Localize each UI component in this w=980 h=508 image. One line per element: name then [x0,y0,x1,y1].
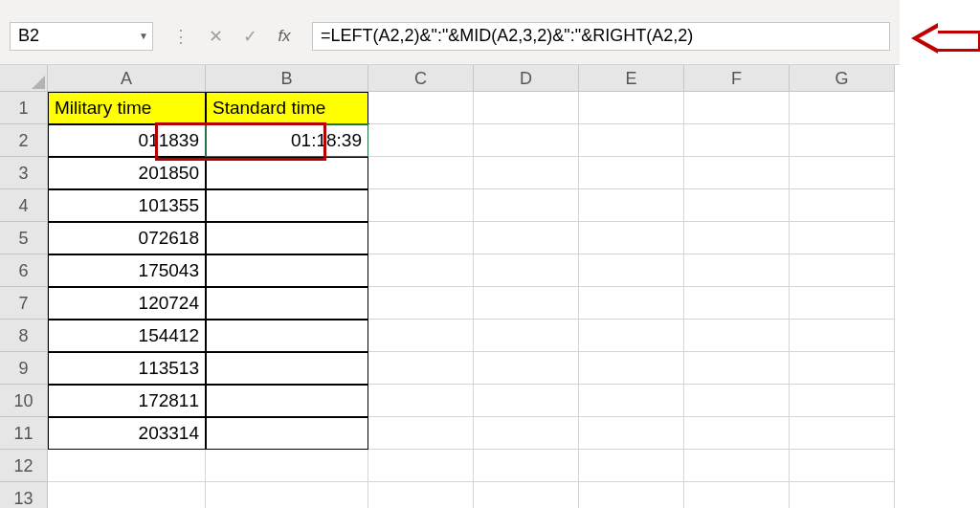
cell-A9[interactable]: 113513 [48,352,206,385]
cell-E9[interactable] [579,352,684,385]
cell-G1[interactable] [790,92,895,124]
cell-G11[interactable] [790,417,895,450]
cell-C2[interactable] [368,124,474,157]
cell-F10[interactable] [684,385,790,417]
row-header-7[interactable]: 7 [0,287,48,320]
cell-A10[interactable]: 172811 [48,385,206,417]
cell-D3[interactable] [474,157,579,189]
col-header-D[interactable]: D [474,65,579,92]
cell-F12[interactable] [684,450,790,482]
cell-D1[interactable] [474,92,579,124]
cell-C8[interactable] [368,320,474,352]
cell-G5[interactable] [790,222,895,254]
cell-B5[interactable] [206,222,368,254]
row-header-8[interactable]: 8 [0,320,48,352]
cell-G13[interactable] [790,482,895,508]
col-header-A[interactable]: A [48,65,206,92]
cell-E13[interactable] [579,482,684,508]
cell-C6[interactable] [368,254,474,287]
cell-C7[interactable] [368,287,474,320]
cell-D5[interactable] [474,222,579,254]
cell-E6[interactable] [579,254,684,287]
cell-B11[interactable] [206,417,368,450]
cell-G4[interactable] [790,189,895,222]
cell-B9[interactable] [206,352,368,385]
select-all-corner[interactable] [0,65,48,92]
row-header-6[interactable]: 6 [0,254,48,287]
cell-A1[interactable]: Military time [48,92,206,124]
col-header-C[interactable]: C [368,65,474,92]
cell-B6[interactable] [206,254,368,287]
cell-B10[interactable] [206,385,368,417]
cell-C1[interactable] [368,92,474,124]
cell-E3[interactable] [579,157,684,189]
cell-A2[interactable]: 011839 [48,124,206,157]
cell-F6[interactable] [684,254,790,287]
cell-B12[interactable] [206,450,368,482]
cell-F4[interactable] [684,189,790,222]
cell-C4[interactable] [368,189,474,222]
row-header-11[interactable]: 11 [0,417,48,450]
cell-C10[interactable] [368,385,474,417]
cell-C3[interactable] [368,157,474,189]
cell-A7[interactable]: 120724 [48,287,206,320]
col-header-B[interactable]: B [206,65,368,92]
cell-E1[interactable] [579,92,684,124]
cell-A8[interactable]: 154412 [48,320,206,352]
cell-G8[interactable] [790,320,895,352]
cell-A11[interactable]: 203314 [48,417,206,450]
cell-G10[interactable] [790,385,895,417]
cell-F13[interactable] [684,482,790,508]
cell-D10[interactable] [474,385,579,417]
cell-D9[interactable] [474,352,579,385]
cell-E12[interactable] [579,450,684,482]
cell-A13[interactable] [48,482,206,508]
cell-D12[interactable] [474,450,579,482]
cell-A12[interactable] [48,450,206,482]
name-box-dropdown-icon[interactable]: ▼ [139,31,148,41]
cell-E7[interactable] [579,287,684,320]
cell-E5[interactable] [579,222,684,254]
cell-F8[interactable] [684,320,790,352]
cell-E11[interactable] [579,417,684,450]
cell-C5[interactable] [368,222,474,254]
formula-input[interactable]: =LEFT(A2,2)&":"&MID(A2,3,2)&":"&RIGHT(A2… [312,22,890,51]
cell-F7[interactable] [684,287,790,320]
more-icon[interactable]: ⋮ [170,26,191,47]
cell-G2[interactable] [790,124,895,157]
cell-G6[interactable] [790,254,895,287]
cell-E4[interactable] [579,189,684,222]
row-header-2[interactable]: 2 [0,124,48,157]
cell-A5[interactable]: 072618 [48,222,206,254]
cell-B1[interactable]: Standard time [206,92,368,124]
cell-D4[interactable] [474,189,579,222]
cell-F1[interactable] [684,92,790,124]
cell-F3[interactable] [684,157,790,189]
cell-G9[interactable] [790,352,895,385]
row-header-4[interactable]: 4 [0,189,48,222]
col-header-G[interactable]: G [790,65,895,92]
cell-A3[interactable]: 201850 [48,157,206,189]
fx-icon[interactable]: fx [274,27,295,46]
row-header-1[interactable]: 1 [0,92,48,124]
cell-F11[interactable] [684,417,790,450]
cell-A6[interactable]: 175043 [48,254,206,287]
cell-B7[interactable] [206,287,368,320]
cell-B2[interactable]: 01:18:39 [206,124,368,157]
cell-F2[interactable] [684,124,790,157]
enter-icon[interactable]: ✓ [239,26,260,47]
cell-A4[interactable]: 101355 [48,189,206,222]
row-header-9[interactable]: 9 [0,352,48,385]
cell-F5[interactable] [684,222,790,254]
cell-C11[interactable] [368,417,474,450]
cell-G12[interactable] [790,450,895,482]
cell-B13[interactable] [206,482,368,508]
cell-B4[interactable] [206,189,368,222]
col-header-E[interactable]: E [579,65,684,92]
cell-E10[interactable] [579,385,684,417]
cell-D13[interactable] [474,482,579,508]
cell-G7[interactable] [790,287,895,320]
cell-D7[interactable] [474,287,579,320]
cell-D8[interactable] [474,320,579,352]
cancel-icon[interactable]: ✕ [205,26,226,47]
